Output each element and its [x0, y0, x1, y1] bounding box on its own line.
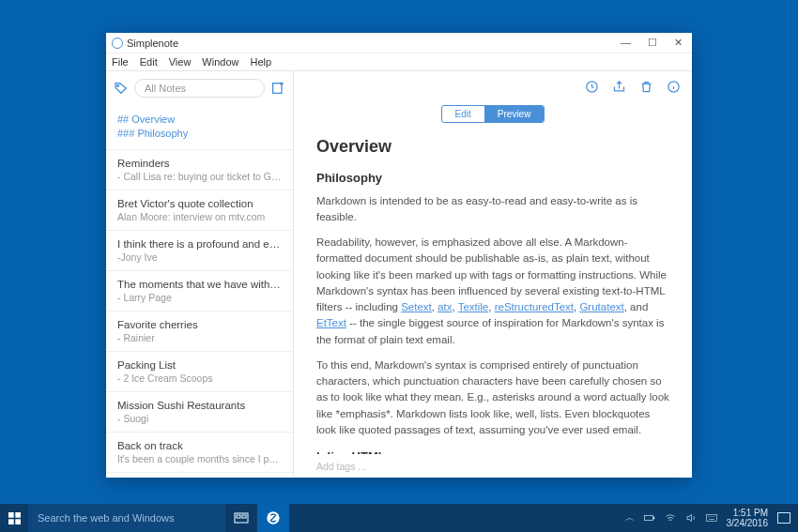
taskbar-search[interactable]: Search the web and Windows [28, 504, 225, 532]
share-icon[interactable] [612, 80, 626, 94]
main-panel: Edit Preview Overview Philosophy Markdow… [294, 71, 692, 478]
taskbar-clock[interactable]: 1:51 PM 3/24/2016 [727, 508, 769, 528]
note-item[interactable]: I think there is a profound and enduri..… [106, 231, 293, 271]
action-center-icon[interactable] [777, 512, 790, 524]
link-atx[interactable]: atx [437, 301, 452, 312]
tray-wifi-icon[interactable] [665, 512, 676, 524]
svg-point-0 [117, 84, 119, 86]
search-input[interactable]: All Notes [134, 79, 265, 98]
tag-input[interactable]: Add tags ... [294, 454, 692, 478]
app-title: Simplenote [127, 38, 178, 49]
tray-volume-icon[interactable] [685, 512, 697, 524]
note-item[interactable]: Back on trackIt's been a couple months s… [106, 433, 293, 473]
maximize-button[interactable]: ☐ [648, 37, 657, 49]
svg-rect-1 [273, 84, 282, 94]
note-item[interactable]: Bret Victor's quote collectionAlan Moore… [106, 190, 293, 231]
svg-rect-13 [653, 517, 654, 519]
history-icon[interactable] [585, 80, 599, 94]
menu-help[interactable]: Help [250, 56, 271, 68]
app-window: Simplenote — ☐ ✕ File Edit View Window H… [106, 33, 692, 478]
view-toggle: Edit Preview [441, 105, 545, 123]
heading-2: Inline HTML [316, 448, 669, 454]
minimize-button[interactable]: — [621, 37, 631, 49]
note-item[interactable]: Packing List- 2 Ice Cream Scoops [106, 352, 293, 392]
note-item[interactable]: Mission Sushi Restaurants- Suogi [106, 392, 293, 433]
svg-rect-14 [706, 515, 716, 522]
note-raw-line: ## Overview [117, 113, 282, 127]
svg-rect-5 [15, 512, 21, 518]
sidebar: All Notes ## Overview ### Philosophy Rem… [106, 71, 294, 478]
task-view-icon[interactable] [225, 504, 257, 532]
svg-rect-10 [242, 515, 246, 518]
new-note-icon[interactable] [270, 81, 285, 96]
note-item-selected[interactable]: ## Overview ### Philosophy [106, 105, 293, 150]
svg-rect-9 [237, 515, 240, 518]
note-raw-line: ### Philosophy [117, 127, 282, 141]
link-setext[interactable]: Setext [401, 301, 432, 312]
menu-window[interactable]: Window [202, 56, 238, 68]
link-rst[interactable]: reStructuredText [495, 301, 574, 312]
trash-icon[interactable] [639, 80, 653, 94]
tab-edit[interactable]: Edit [442, 106, 484, 122]
svg-rect-4 [8, 512, 14, 518]
taskbar-app-simplenote[interactable] [257, 504, 289, 532]
note-item[interactable]: The moments that we have with friend...-… [106, 271, 293, 312]
heading-2: Philosophy [316, 169, 669, 188]
close-button[interactable]: ✕ [674, 37, 683, 49]
tag-icon[interactable] [114, 81, 129, 96]
paragraph: Readability, however, is emphasized abov… [316, 235, 669, 348]
tray-chevron-icon[interactable]: ︿ [625, 511, 635, 524]
svg-rect-7 [15, 519, 21, 524]
svg-rect-12 [644, 516, 652, 521]
menu-file[interactable]: File [112, 56, 129, 68]
link-ettext[interactable]: EtText [316, 317, 346, 328]
tray-battery-icon[interactable] [644, 512, 655, 524]
menubar: File Edit View Window Help [106, 53, 692, 70]
app-icon [112, 38, 123, 49]
menu-view[interactable]: View [169, 56, 192, 68]
start-button[interactable] [0, 504, 28, 532]
svg-rect-6 [8, 519, 14, 524]
heading-1: Overview [316, 134, 669, 160]
note-list: ## Overview ### Philosophy Reminders- Ca… [106, 105, 293, 478]
taskbar: Search the web and Windows ︿ 1:51 PM 3/2… [0, 504, 798, 532]
paragraph: Markdown is intended to be as easy-to-re… [316, 193, 669, 226]
note-item[interactable]: Favorite cherries- Rainier [106, 312, 293, 352]
info-icon[interactable] [667, 80, 681, 94]
note-item[interactable]: Grocery list [106, 473, 293, 478]
tray-keyboard-icon[interactable] [706, 512, 717, 524]
titlebar[interactable]: Simplenote — ☐ ✕ [106, 33, 692, 53]
tab-preview[interactable]: Preview [484, 106, 545, 122]
link-textile[interactable]: Textile [458, 301, 489, 312]
note-content[interactable]: Overview Philosophy Markdown is intended… [294, 130, 692, 454]
link-gruta[interactable]: Grutatext [579, 301, 623, 312]
system-tray: ︿ 1:51 PM 3/24/2016 [625, 508, 799, 528]
menu-edit[interactable]: Edit [140, 56, 158, 68]
note-item[interactable]: Reminders- Call Lisa re: buying our tick… [106, 150, 293, 190]
paragraph: To this end, Markdown's syntax is compri… [316, 357, 669, 438]
